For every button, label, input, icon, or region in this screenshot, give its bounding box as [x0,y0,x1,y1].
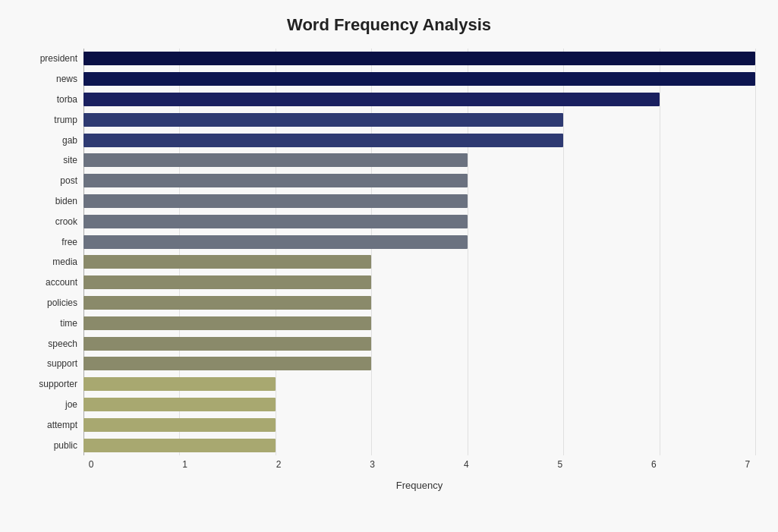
y-label: trump [54,115,77,124]
bar-row [83,272,755,293]
bar [83,398,276,411]
chart-container: Word Frequency Analysis presidentnewstor… [0,0,778,532]
y-label: policies [47,298,77,307]
y-label: supporter [39,379,77,389]
y-label: joe [65,400,77,409]
x-tick: 2 [271,459,286,470]
plot-area: 01234567 Frequency [83,49,755,478]
bar [83,174,468,187]
x-tick: 5 [553,459,568,470]
bar [83,316,371,330]
bar-row [83,374,755,395]
bar [83,439,276,452]
bar-row [83,414,755,435]
y-label: crook [55,217,77,226]
bar [83,52,755,65]
bar-row [83,211,755,231]
bar [83,134,563,147]
bar [83,235,468,249]
bar-row [83,252,755,272]
bar-row [83,395,755,415]
bar-row [83,313,755,333]
y-label: torba [57,95,77,104]
x-axis-label: Frequency [83,480,755,491]
y-label: support [47,359,77,368]
bar [83,215,468,228]
bar [83,194,468,208]
bar-row [83,49,755,69]
bar-row [83,354,755,374]
bar [83,72,755,86]
bar [83,255,371,269]
x-tick: 1 [178,459,193,470]
y-label: speech [48,339,77,348]
x-tick: 7 [740,459,755,470]
bar-row [83,90,755,110]
y-label: biden [55,197,77,206]
y-label: news [56,74,77,83]
bar [83,275,371,289]
bar-row [83,293,755,313]
bar-row [83,191,755,212]
bar [83,418,276,432]
bar [83,93,660,106]
y-label: free [61,238,77,247]
bar-row [83,69,755,90]
x-tick: 4 [458,459,474,470]
y-label: media [52,257,77,266]
bar [83,377,276,391]
bar-row [83,171,755,191]
y-label: public [54,441,77,450]
bar [83,296,371,310]
y-label: president [40,54,77,63]
bar [83,357,371,370]
bar [83,153,468,167]
bar-row [83,435,755,455]
bar-row [83,130,755,150]
bar-row [83,109,755,130]
y-label: site [63,156,77,165]
bar-row [83,150,755,171]
x-tick: 0 [83,459,99,470]
chart-title: Word Frequency Analysis [23,15,755,35]
y-label: post [60,176,77,185]
y-axis: presidentnewstorbatrumpgabsitepostbidenc… [23,49,83,478]
y-label: time [60,319,77,328]
bar [83,113,563,127]
bar-row [83,333,755,354]
y-label: account [46,278,77,287]
bar [83,337,371,351]
y-label: gab [62,136,77,145]
x-tick: 3 [365,459,380,470]
bar-row [83,231,755,252]
x-tick: 6 [646,459,661,470]
y-label: attempt [47,420,77,430]
